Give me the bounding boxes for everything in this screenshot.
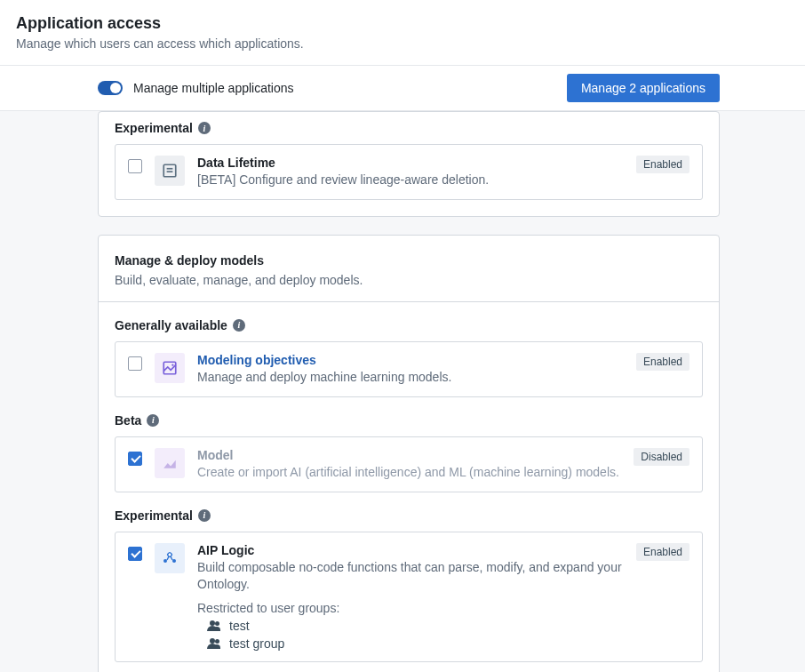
info-icon[interactable]: i xyxy=(233,319,245,332)
section-card-models: Manage & deploy models Build, evaluate, … xyxy=(98,235,720,672)
section-card-partial: Experimental i Data Lifetime [BETA] Conf… xyxy=(98,111,720,217)
app-row-model: Model Create or import AI (artificial in… xyxy=(115,436,703,492)
app-title: Data Lifetime xyxy=(197,156,624,170)
people-icon xyxy=(208,620,222,631)
status-badge-enabled: Enabled xyxy=(636,156,689,173)
manage-applications-button[interactable]: Manage 2 applications xyxy=(567,74,720,102)
page-title: Application access xyxy=(16,14,789,33)
group-label-experimental: Experimental i xyxy=(115,508,703,523)
app-icon-nodes xyxy=(155,543,185,573)
app-title-link[interactable]: Modeling objectives xyxy=(197,353,624,367)
info-icon[interactable]: i xyxy=(147,414,159,427)
svg-point-5 xyxy=(163,559,167,563)
group-label-text: Beta xyxy=(115,413,141,428)
user-group-name: test group xyxy=(229,636,284,651)
page-subtitle: Manage which users can access which appl… xyxy=(16,36,789,51)
app-desc: Manage and deploy machine learning model… xyxy=(197,369,624,386)
app-icon-document xyxy=(155,156,185,186)
group-label-text: Experimental xyxy=(115,508,193,523)
svg-rect-7 xyxy=(167,552,172,557)
restricted-label: Restricted to user groups: xyxy=(197,601,624,615)
toolbar: Manage multiple applications Manage 2 ap… xyxy=(0,66,805,111)
status-badge-disabled: Disabled xyxy=(634,448,689,466)
group-label-experimental: Experimental i xyxy=(115,121,703,135)
checkbox-aip-logic[interactable] xyxy=(128,547,142,561)
group-label-beta: Beta i xyxy=(115,413,703,428)
group-label-text: Generally available xyxy=(115,318,227,332)
checkbox-model[interactable] xyxy=(128,452,142,466)
app-row-modeling-objectives: Modeling objectives Manage and deploy ma… xyxy=(115,341,703,397)
manage-multiple-toggle[interactable] xyxy=(98,81,123,95)
status-badge-enabled: Enabled xyxy=(636,353,689,371)
svg-line-8 xyxy=(167,556,169,560)
section-desc: Build, evaluate, manage, and deploy mode… xyxy=(115,273,703,287)
status-badge-enabled: Enabled xyxy=(636,543,689,561)
checkbox-data-lifetime[interactable] xyxy=(128,159,142,173)
svg-point-4 xyxy=(171,364,173,365)
app-desc: Build composable no-code functions that … xyxy=(197,559,624,593)
info-icon[interactable]: i xyxy=(198,122,211,134)
group-label-text: Experimental xyxy=(115,121,193,135)
section-title: Manage & deploy models xyxy=(115,253,703,268)
app-icon-image xyxy=(155,353,185,383)
page-header: Application access Manage which users ca… xyxy=(0,0,805,66)
people-icon xyxy=(208,638,222,649)
app-title: AIP Logic xyxy=(197,543,624,557)
svg-line-9 xyxy=(171,556,172,560)
svg-rect-0 xyxy=(163,164,176,177)
app-row-aip-logic: AIP Logic Build composable no-code funct… xyxy=(115,532,703,663)
svg-point-6 xyxy=(172,559,176,563)
app-row-data-lifetime: Data Lifetime [BETA] Configure and revie… xyxy=(115,144,703,200)
info-icon[interactable]: i xyxy=(198,509,211,522)
user-group-row: test xyxy=(197,619,624,633)
app-desc: Create or import AI (artificial intellig… xyxy=(197,464,621,481)
manage-multiple-label: Manage multiple applications xyxy=(133,81,294,95)
group-label-ga: Generally available i xyxy=(115,318,703,332)
app-title: Model xyxy=(197,448,621,462)
app-icon-chart xyxy=(155,448,185,478)
checkbox-modeling-objectives[interactable] xyxy=(128,356,142,371)
user-group-name: test xyxy=(229,619,250,633)
app-desc: [BETA] Configure and review lineage-awar… xyxy=(197,172,624,188)
user-group-row: test group xyxy=(197,636,624,651)
